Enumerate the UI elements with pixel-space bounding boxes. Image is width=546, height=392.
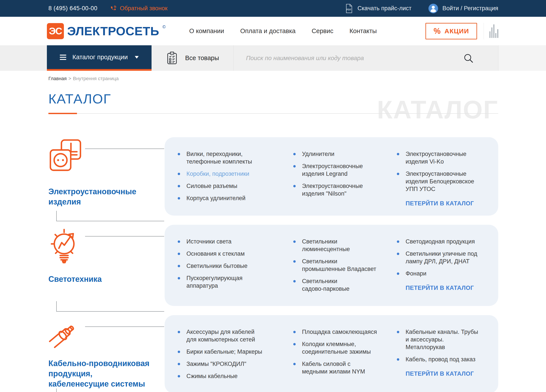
category-link[interactable]: Основания к стеклам [178, 250, 293, 258]
nav-link-contacts[interactable]: Контакты [350, 27, 377, 35]
category-link[interactable]: Вилки, переходники, телефонные комплекты [178, 150, 293, 165]
pdf-icon-label: PDF [347, 8, 351, 11]
category-link[interactable]: Удлинители [293, 150, 397, 158]
category-link[interactable]: Пускорегулирующая аппаратура [178, 274, 293, 290]
bullet-icon [397, 240, 399, 243]
bullet-icon [397, 253, 399, 255]
callback-link[interactable]: Обратный звонок [110, 5, 168, 12]
card-column: Источники света Основания к стеклам Свет… [178, 238, 293, 297]
promo-button[interactable]: % АКЦИИ [425, 23, 477, 39]
category-link[interactable]: Силовые разъемы [178, 182, 293, 190]
bullet-icon [293, 260, 296, 263]
bullet-icon [178, 351, 180, 353]
category-link[interactable]: Электроустановочные изделия Legrand [293, 163, 397, 178]
category-link[interactable]: Площадка самоклеющаяся [293, 328, 397, 336]
catalog-products-button[interactable]: Каталог продукции [47, 45, 151, 71]
breadcrumb-home[interactable]: Главная [48, 76, 67, 81]
category-label: Удлинители [302, 150, 334, 158]
category-link[interactable]: Светильники люминесцентные [293, 238, 397, 253]
category-link[interactable]: Фонари [397, 270, 489, 278]
category-link-active[interactable]: Коробки, подрозетники [178, 170, 293, 178]
catalog-button-label: Каталог продукции [72, 54, 128, 61]
go-to-catalog-link[interactable]: ПЕТЕРЙТИ В КАТАЛОГ [406, 370, 474, 377]
category-label: Сжимы кабельные [186, 372, 238, 380]
connector-line [56, 211, 164, 221]
section-title[interactable]: Светотехника [48, 274, 153, 284]
go-to-catalog-link[interactable]: ПЕТЕРЙТИ В КАТАЛОГ [406, 200, 474, 207]
section-cables: Кабельно-проводниковая продукция, кабеле… [48, 315, 498, 392]
section-lighting: Светотехника Источники света Основания к… [48, 225, 498, 306]
category-link[interactable]: Светодиодная продукция [397, 238, 489, 246]
category-card: Аксессуары для кабелей для компьютерных … [165, 315, 498, 392]
bullet-icon [178, 375, 180, 377]
login-link[interactable]: Войти / Регистрация [429, 4, 498, 13]
bullet-icon [397, 331, 399, 333]
category-link[interactable]: Сжимы кабельные [178, 372, 293, 380]
title-underline [48, 113, 498, 114]
category-link[interactable]: Зажимы "КРОКОДИЛ" [178, 360, 293, 368]
login-label: Войти / Регистрация [442, 5, 498, 12]
search-icon[interactable] [463, 53, 473, 63]
search-input[interactable] [234, 55, 463, 62]
title-underline-accent [48, 113, 77, 114]
category-link[interactable]: Кабель, провод под заказ [397, 356, 489, 363]
category-label: Коробки, подрозетники [186, 170, 249, 178]
category-link[interactable]: Электроустановочные изделия Vi-Ko [397, 150, 489, 165]
bullet-icon [293, 240, 296, 243]
category-label: Светодиодная продукция [406, 238, 475, 246]
category-link[interactable]: Кабель силовой с медными жилами NYM [293, 360, 397, 375]
category-label: Электроустановочные изделия Белоцерковск… [406, 170, 474, 193]
connector-line [85, 326, 164, 327]
section-title[interactable]: Электроустановочные изделия [48, 186, 153, 207]
nav-link-payment-delivery[interactable]: Оплата и доставка [240, 27, 296, 35]
page: 8 (495) 645-00-00 Обратный звонок [0, 0, 546, 392]
category-link[interactable]: Корпуса удлинителей [178, 195, 293, 202]
section-title[interactable]: Кабельно-проводниковая продукция, кабеле… [48, 358, 153, 389]
phone-number[interactable]: 8 (495) 645-00-00 [48, 5, 98, 12]
category-link[interactable]: Электроустановочные изделия "Nilson" [293, 182, 397, 197]
category-link[interactable]: Светильники садово-парковые [293, 278, 397, 293]
page-title: КАТАЛОГ [48, 91, 498, 107]
category-label: Основания к стеклам [186, 250, 245, 258]
nav-link-about[interactable]: О компании [189, 27, 224, 35]
category-label: Бирки кабельные; Маркеры [186, 348, 262, 356]
category-link[interactable]: Светильники промышленные Владасвет [293, 258, 397, 273]
category-link[interactable]: Колодки клеммные, соединительные зажимы [293, 340, 397, 356]
bullet-icon [293, 165, 296, 167]
category-label: Источники света [186, 238, 232, 246]
category-label: Светильники бытовые [186, 262, 247, 270]
bullet-icon [293, 185, 296, 187]
bullet-icon [178, 253, 180, 255]
category-link[interactable]: Источники света [178, 238, 293, 246]
section-left-column: Светотехника [48, 225, 165, 306]
bar-chart-icon[interactable] [489, 24, 498, 38]
bullet-icon [178, 265, 180, 267]
clipboard-icon [167, 52, 177, 65]
category-label: Колодки клеммные, соединительные зажимы [302, 340, 371, 356]
card-column: Удлинители Электроустановочные изделия L… [293, 150, 397, 207]
category-link[interactable]: Бирки кабельные; Маркеры [178, 348, 293, 356]
breadcrumb-current: Внутрення страница [73, 76, 119, 81]
category-link[interactable]: Светильники уличные под лампу ДРЛ, ДРИ, … [397, 250, 489, 265]
section-left-column: Кабельно-проводниковая продукция, кабеле… [48, 315, 165, 392]
all-products-label: Все товары [185, 54, 219, 62]
download-price-label: Скачать прайс-лист [358, 5, 411, 12]
category-link[interactable]: Кабельные каналы. Трубы и аксессуары. Ме… [397, 328, 489, 351]
callback-label: Обратный звонок [120, 5, 168, 12]
nav-link-service[interactable]: Сервис [312, 27, 333, 35]
category-label: Площадка самоклеющаяся [302, 328, 377, 336]
logo[interactable]: ЭС ЭЛЕКТРОСЕТЬ © [47, 23, 166, 39]
category-label: Светильники садово-парковые [302, 278, 350, 293]
go-to-catalog-link[interactable]: ПЕТЕРЙТИ В КАТАЛОГ [406, 285, 474, 291]
category-label: Аксессуары для кабелей для компьютерных … [186, 328, 255, 343]
logo-mark: ЭС [47, 23, 64, 39]
category-label: Кабель силовой с медными жилами NYM [302, 360, 365, 375]
category-link[interactable]: Светильники бытовые [178, 262, 293, 270]
lightbulb-icon [49, 227, 82, 264]
category-card: Источники света Основания к стеклам Свет… [165, 225, 498, 306]
download-price-link[interactable]: PDF Скачать прайс-лист [345, 3, 411, 13]
bullet-icon [293, 280, 296, 283]
category-link[interactable]: Электроустановочные изделия Белоцерковск… [397, 170, 489, 193]
all-products-link[interactable]: Все товары [167, 52, 219, 65]
category-link[interactable]: Аксессуары для кабелей для компьютерных … [178, 328, 293, 343]
